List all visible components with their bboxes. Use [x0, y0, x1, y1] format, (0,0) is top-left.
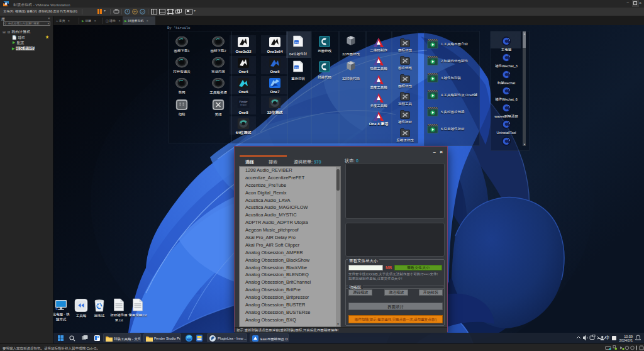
- svg-text:STUDIO: STUDIO: [240, 104, 247, 106]
- svg-text:plug: plug: [295, 42, 299, 44]
- svg-text:plug: plug: [295, 67, 299, 69]
- svg-text:Fender: Fender: [239, 100, 248, 103]
